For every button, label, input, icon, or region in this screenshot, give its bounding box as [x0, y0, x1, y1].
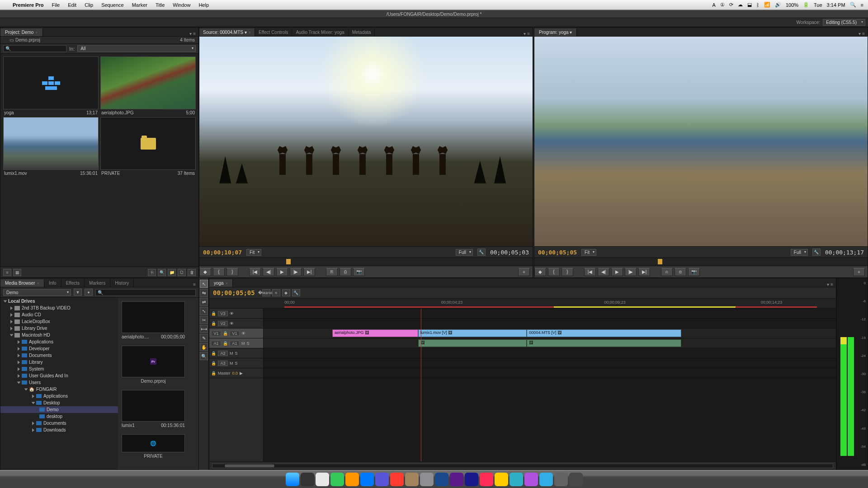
project-search-input[interactable] — [3, 45, 66, 52]
search-in-dropdown[interactable]: All — [77, 45, 196, 52]
tree-item[interactable]: Library — [0, 359, 118, 366]
battery-pct[interactable]: 100% — [786, 2, 798, 8]
goto-in-button[interactable]: |◀ — [249, 268, 261, 276]
bin-item-video[interactable]: lumix1.mov15:36:01 — [3, 117, 99, 176]
tree-item-selected[interactable]: Demo — [0, 406, 118, 413]
filter-button[interactable]: ▼ — [74, 289, 82, 296]
playhead[interactable] — [421, 309, 421, 461]
mb-item[interactable]: aerialphoto....00;00;05;00 — [122, 301, 185, 339]
rate-stretch-tool[interactable]: ⤡ — [200, 307, 208, 315]
step-back-button[interactable]: ◀| — [598, 268, 609, 276]
tree-item[interactable]: Audio CD — [0, 311, 118, 318]
program-tab[interactable]: Program: yoga ▾ — [534, 28, 577, 36]
step-fwd-button[interactable]: |▶ — [290, 268, 302, 276]
linked-sel-button[interactable]: ⎆ — [272, 289, 280, 296]
tree-item[interactable]: Applications — [0, 338, 118, 345]
razor-tool[interactable]: ✂ — [200, 316, 208, 324]
source-video[interactable] — [199, 37, 533, 246]
play-button[interactable]: ▶ — [611, 268, 623, 276]
track-head-v2[interactable]: 🔒V2👁 — [209, 319, 263, 328]
notification-center-icon[interactable]: ≡ — [861, 2, 863, 8]
extract-button[interactable]: ⎊ — [675, 268, 686, 276]
in-button[interactable]: { — [213, 268, 225, 276]
clock-day[interactable]: Tue — [814, 2, 822, 8]
tree-item[interactable]: Macintosh HD — [0, 332, 118, 338]
dock-app-icon[interactable] — [360, 473, 374, 486]
panel-menu-icon[interactable]: ▾ ≡ — [824, 282, 836, 287]
settings-icon[interactable]: 🔧 — [812, 249, 821, 256]
history-tab[interactable]: History — [110, 279, 134, 287]
in-button[interactable]: { — [548, 268, 560, 276]
bin-item-still[interactable]: aerialphoto.JPG5;00 — [100, 56, 196, 115]
dock-app-icon[interactable] — [330, 473, 344, 486]
export-frame-button[interactable]: 📷 — [353, 268, 365, 276]
tree-item[interactable]: Developer — [0, 345, 118, 352]
dock-app-icon[interactable] — [554, 473, 568, 486]
find-button[interactable]: 🔍 — [158, 269, 166, 276]
bluetooth-icon[interactable]: ᛒ — [756, 2, 760, 8]
mb-item[interactable]: Pr Demo.prproj — [122, 346, 185, 384]
snap-button[interactable]: �магніт — [262, 289, 270, 296]
track-select-tool[interactable]: ⇆ — [200, 289, 208, 297]
sync-icon[interactable]: ⟳ — [729, 2, 733, 8]
overwrite-button[interactable]: ⎙ — [340, 268, 351, 276]
menu-file[interactable]: File — [52, 2, 60, 8]
icon-view-button[interactable]: ▦ — [13, 269, 21, 276]
dock-app-icon[interactable] — [375, 473, 389, 486]
project-filename[interactable]: Demo.prproj — [15, 38, 40, 42]
tree-item[interactable]: Users — [0, 379, 118, 386]
settings-icon[interactable]: 🔧 — [477, 249, 486, 256]
program-res-dropdown[interactable]: Full — [791, 249, 808, 256]
marker-button[interactable]: ◆ — [282, 289, 290, 296]
tree-item[interactable]: User Guides And In — [0, 372, 118, 379]
panel-menu-icon[interactable]: ≡ — [190, 282, 198, 287]
audio-mixer-tab[interactable]: Audio Track Mixer: yoga — [292, 28, 348, 36]
clip[interactable]: lumix1.mov [V] 🖼 — [418, 329, 527, 337]
menu-help[interactable]: Help — [198, 2, 209, 8]
step-back-button[interactable]: ◀| — [263, 268, 274, 276]
project-tab[interactable]: Project: Demo× — [0, 28, 43, 36]
selection-tool[interactable]: ↖ — [200, 280, 208, 288]
source-fit-dropdown[interactable]: Fit — [246, 249, 261, 256]
tree-item[interactable]: 🏠FONGAIR — [0, 386, 118, 393]
tree-header[interactable]: Local Drives — [0, 298, 118, 305]
source-tc-in[interactable]: 00;00;10;07 — [203, 249, 242, 256]
mark-in-button[interactable]: ◆ — [199, 268, 211, 276]
track-head-master[interactable]: 🔒Master0.0▶ — [209, 368, 263, 378]
dock-app-icon[interactable] — [480, 473, 493, 486]
dock-app-icon[interactable] — [345, 473, 359, 486]
program-fit-dropdown[interactable]: Fit — [581, 249, 596, 256]
tree-item[interactable]: 2nd 3TB Backup VIDEO — [0, 305, 118, 311]
ingest-button[interactable]: ● — [85, 289, 93, 296]
battery-icon[interactable]: 🔋 — [803, 2, 809, 8]
out-button[interactable]: } — [226, 268, 238, 276]
track-head-a2[interactable]: 🔒A2MS — [209, 348, 263, 358]
effects-tab[interactable]: Effects — [61, 279, 85, 287]
source-res-dropdown[interactable]: Full — [456, 249, 473, 256]
media-browser-tab[interactable]: Media Browser× — [0, 279, 44, 287]
out-button[interactable]: } — [561, 268, 573, 276]
mb-item[interactable]: 🌐 PRIVATE — [122, 434, 185, 459]
clip[interactable]: 00004.MTS [V] 🖼 — [527, 329, 681, 337]
dock-app-icon[interactable] — [539, 473, 553, 486]
program-tc-pos[interactable]: 00;00;05;05 — [538, 249, 577, 256]
panel-menu-icon[interactable]: ▾ ≡ — [856, 31, 868, 36]
panel-menu-icon[interactable]: ▾ ≡ — [187, 31, 198, 36]
tree-item[interactable]: desktop — [0, 413, 118, 420]
close-icon[interactable]: × — [37, 281, 39, 286]
panel-menu-icon[interactable]: ▾ ≡ — [521, 31, 533, 36]
wifi-icon[interactable]: 📶 — [764, 2, 770, 8]
dock-aftereffects-icon[interactable] — [465, 473, 478, 486]
tree-item[interactable]: Library Drive — [0, 325, 118, 332]
dock-trash-icon[interactable] — [569, 473, 583, 486]
dropbox-icon[interactable]: ⬓ — [747, 2, 752, 8]
goto-out-button[interactable]: ▶| — [303, 268, 315, 276]
notif-icon[interactable]: ① — [720, 2, 725, 8]
mb-search-input[interactable] — [95, 289, 196, 296]
tl-settings-button[interactable]: 🔧 — [292, 289, 300, 296]
delete-button[interactable]: 🗑 — [188, 269, 196, 276]
app-name[interactable]: Premiere Pro — [13, 2, 43, 8]
source-ruler[interactable] — [199, 258, 533, 266]
export-frame-button[interactable]: 📷 — [688, 268, 700, 276]
insert-button[interactable]: ⎘ — [326, 268, 338, 276]
